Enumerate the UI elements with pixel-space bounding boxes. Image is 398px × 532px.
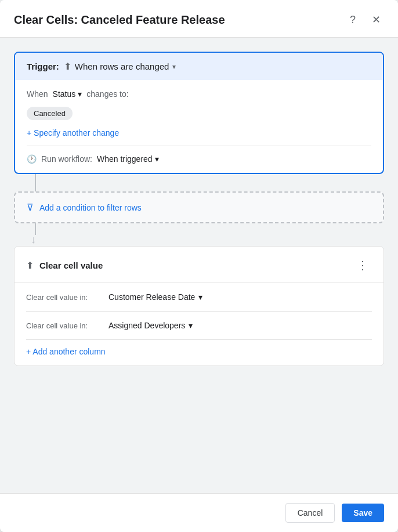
status-tag: Canceled (27, 107, 73, 120)
field-value-0: Customer Release Date (108, 292, 195, 302)
action-body: Clear cell value in: Customer Release Da… (15, 283, 383, 365)
action-title-row: ⬆ Clear cell value (26, 260, 103, 271)
clear-cell-icon: ⬆ (26, 260, 34, 271)
action-header: ⬆ Clear cell value ⋮ (15, 247, 383, 283)
arrow-line (35, 223, 36, 235)
when-label: When (27, 89, 48, 99)
trigger-header: Trigger: ⬆ When rows are changed ▾ (15, 53, 383, 80)
field-chevron-0: ▾ (198, 292, 202, 302)
more-options-button[interactable]: ⋮ (353, 256, 372, 274)
run-workflow-label: Run workflow: (41, 154, 92, 164)
close-button[interactable]: ✕ (368, 12, 384, 28)
field-chevron-1: ▾ (189, 321, 193, 330)
condition-text: Add a condition to filter rows (39, 203, 142, 212)
add-change-text: + Specify another change (27, 128, 119, 137)
condition-card[interactable]: ⊽ Add a condition to filter rows (14, 191, 384, 223)
help-icon: ? (350, 14, 356, 26)
connector-top (14, 174, 384, 191)
when-row: When Status ▾ changes to: (27, 89, 371, 99)
modal-body: Trigger: ⬆ When rows are changed ▾ When … (0, 38, 398, 493)
add-change-link[interactable]: + Specify another change (27, 128, 371, 137)
run-selector-label: When triggered (97, 154, 153, 164)
run-selector[interactable]: When triggered ▾ (97, 154, 159, 164)
run-workflow-row: 🕐 Run workflow: When triggered ▾ (27, 154, 371, 164)
clock-icon: 🕐 (27, 154, 37, 164)
trigger-upload-icon: ⬆ (64, 61, 71, 72)
close-icon: ✕ (372, 13, 381, 26)
trigger-card: Trigger: ⬆ When rows are changed ▾ When … (14, 52, 384, 174)
modal-footer: Cancel Save (0, 493, 398, 532)
arrow-connector: ↓ (14, 223, 384, 246)
status-label: Status (53, 89, 76, 99)
arrow-head-icon: ↓ (31, 234, 36, 246)
help-button[interactable]: ? (345, 12, 361, 28)
trigger-chevron-icon: ▾ (172, 63, 176, 71)
run-chevron-icon: ▾ (155, 154, 159, 164)
action-card: ⬆ Clear cell value ⋮ Clear cell value in… (14, 246, 384, 366)
status-selector[interactable]: Status ▾ (53, 89, 82, 99)
trigger-divider (27, 146, 371, 146)
action-title: Clear cell value (39, 260, 103, 270)
changes-to-label: changes to: (86, 89, 128, 99)
trigger-selector-label: When rows are changed (75, 61, 169, 71)
field-label-0: Clear cell value in: (26, 293, 102, 302)
more-icon: ⋮ (357, 258, 368, 272)
header-icons: ? ✕ (345, 12, 384, 28)
field-selector-1[interactable]: Assigned Developers ▾ (108, 321, 193, 330)
field-row-1: Clear cell value in: Assigned Developers… (26, 312, 372, 340)
modal-title: Clear Cells: Canceled Feature Release (14, 13, 225, 27)
add-column-link[interactable]: + Add another column (26, 340, 372, 365)
status-chevron-icon: ▾ (78, 89, 82, 99)
add-column-text: + Add another column (26, 347, 106, 356)
field-value-1: Assigned Developers (108, 321, 185, 330)
cancel-button[interactable]: Cancel (285, 503, 335, 523)
trigger-label: Trigger: (27, 61, 59, 71)
field-selector-0[interactable]: Customer Release Date ▾ (108, 292, 202, 302)
modal-header: Clear Cells: Canceled Feature Release ? … (0, 0, 398, 38)
save-button[interactable]: Save (342, 504, 384, 522)
field-label-1: Clear cell value in: (26, 321, 102, 330)
field-row-0: Clear cell value in: Customer Release Da… (26, 283, 372, 312)
connector-line-top (35, 174, 36, 191)
modal: Clear Cells: Canceled Feature Release ? … (0, 0, 398, 532)
trigger-selector[interactable]: ⬆ When rows are changed ▾ (64, 61, 176, 72)
filter-icon: ⊽ (27, 202, 34, 213)
trigger-body: When Status ▾ changes to: Canceled + Spe… (15, 80, 383, 173)
